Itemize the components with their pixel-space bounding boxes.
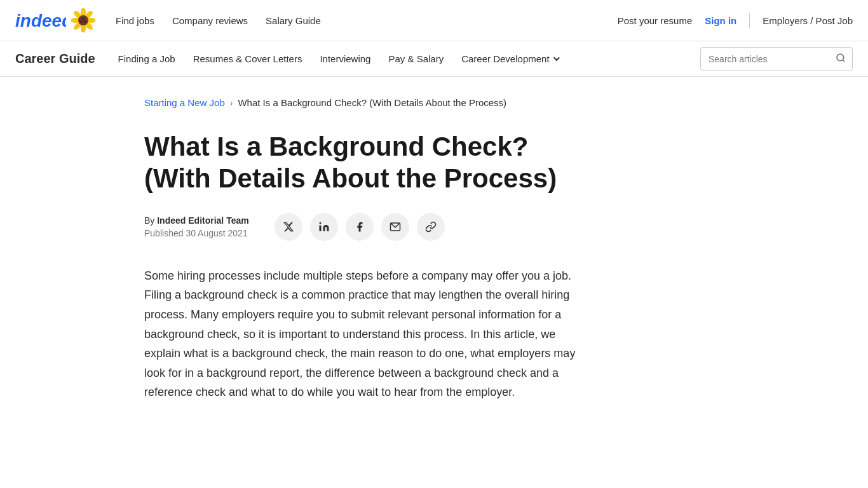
- article-title: What Is a Background Check? (With Detail…: [144, 131, 589, 195]
- svg-point-10: [82, 17, 85, 20]
- email-icon: [390, 221, 401, 233]
- sign-in-button[interactable]: Sign in: [705, 15, 736, 26]
- post-resume-link[interactable]: Post your resume: [618, 15, 693, 26]
- svg-point-12: [80, 20, 83, 23]
- author-name: Indeed Editorial Team: [157, 215, 248, 226]
- article-body: Some hiring processes include multiple s…: [144, 266, 589, 402]
- email-share-button[interactable]: [381, 213, 409, 241]
- author-info: By Indeed Editorial Team Published 30 Au…: [144, 215, 249, 238]
- svg-text:indeed: indeed: [15, 11, 66, 30]
- author-by-label: By: [144, 215, 157, 226]
- article-intro-paragraph: Some hiring processes include multiple s…: [144, 266, 589, 402]
- career-guide-title: Career Guide: [15, 51, 95, 66]
- finding-a-job-link[interactable]: Finding a Job: [118, 53, 175, 64]
- logo-area: indeed: [15, 8, 95, 32]
- top-nav-right: Post your resume Sign in Employers / Pos…: [618, 13, 853, 28]
- svg-point-11: [84, 20, 86, 23]
- indeed-logo[interactable]: indeed: [15, 9, 66, 32]
- link-icon: [425, 221, 437, 233]
- author-byline: By Indeed Editorial Team: [144, 215, 249, 226]
- svg-line-14: [843, 60, 844, 62]
- search-icon: [836, 53, 846, 63]
- facebook-share-button[interactable]: [346, 213, 374, 241]
- company-reviews-link[interactable]: Company reviews: [172, 15, 248, 26]
- pay-salary-link[interactable]: Pay & Salary: [388, 53, 444, 64]
- svg-point-13: [837, 54, 844, 61]
- published-date: Published 30 August 2021: [144, 228, 249, 238]
- twitter-icon: [283, 221, 294, 233]
- resumes-cover-letters-link[interactable]: Resumes & Cover Letters: [193, 53, 302, 64]
- linkedin-icon: [318, 221, 330, 233]
- indeed-wordmark-icon: indeed: [15, 9, 66, 32]
- career-guide-navigation: Career Guide Finding a Job Resumes & Cov…: [0, 41, 868, 77]
- breadcrumb-current: What Is a Background Check? (With Detail…: [238, 97, 506, 108]
- career-development-dropdown-button[interactable]: Career Development: [461, 53, 557, 64]
- find-jobs-link[interactable]: Find jobs: [116, 15, 154, 26]
- sunflower-icon: [71, 8, 95, 32]
- search-button[interactable]: [829, 48, 852, 70]
- career-development-label: Career Development: [461, 53, 549, 64]
- breadcrumb: Starting a New Job › What Is a Backgroun…: [144, 97, 724, 108]
- top-nav-links: Find jobs Company reviews Salary Guide: [116, 15, 618, 26]
- search-container: [700, 47, 853, 71]
- svg-point-15: [319, 222, 321, 224]
- interviewing-link[interactable]: Interviewing: [320, 53, 370, 64]
- copy-link-button[interactable]: [417, 213, 445, 241]
- breadcrumb-parent-link[interactable]: Starting a New Job: [144, 97, 225, 108]
- employers-post-job-link[interactable]: Employers / Post Job: [763, 15, 853, 26]
- top-navigation: indeed: [0, 0, 868, 41]
- salary-guide-link[interactable]: Salary Guide: [266, 15, 321, 26]
- breadcrumb-separator: ›: [230, 98, 233, 108]
- linkedin-share-button[interactable]: [310, 213, 338, 241]
- article-meta: By Indeed Editorial Team Published 30 Au…: [144, 213, 724, 241]
- share-buttons: [275, 213, 445, 241]
- facebook-icon: [354, 221, 365, 233]
- search-input[interactable]: [701, 49, 829, 69]
- twitter-share-button[interactable]: [275, 213, 302, 241]
- chevron-down-icon: [553, 55, 560, 61]
- career-nav-links: Finding a Job Resumes & Cover Letters In…: [118, 53, 700, 64]
- svg-point-9: [78, 15, 88, 25]
- main-content: Starting a New Job › What Is a Backgroun…: [129, 77, 739, 433]
- nav-divider: [749, 13, 750, 28]
